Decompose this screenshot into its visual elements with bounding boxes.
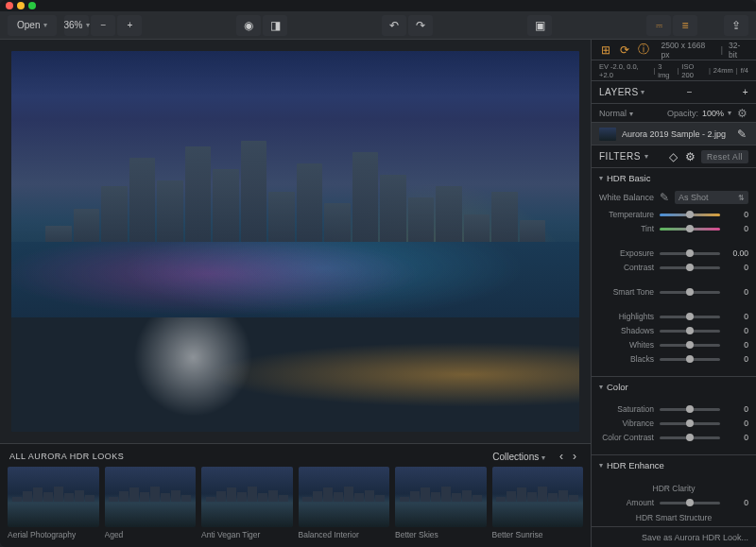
eyedropper-icon[interactable]: ✎	[658, 191, 671, 204]
opacity-value[interactable]: 100%	[702, 109, 724, 118]
slider-track[interactable]	[660, 266, 720, 269]
chevron-down-icon: ▾	[43, 21, 47, 29]
preview-toggle-button[interactable]: ◉	[236, 15, 261, 36]
look-preset[interactable]: Anti Vegan Tiger	[201, 467, 293, 539]
layer-name: Aurora 2019 Sample - 2.jpg	[622, 129, 730, 139]
gear-icon[interactable]: ⚙	[735, 107, 748, 120]
layers-header: LAYERS	[599, 87, 639, 97]
slider-value[interactable]: 0	[726, 340, 748, 350]
zoom-in-button[interactable]: +	[117, 15, 142, 36]
slider-label: Highlights	[599, 312, 654, 321]
slider-track[interactable]	[660, 330, 720, 333]
slider-value[interactable]: 0	[726, 224, 748, 233]
reset-all-button[interactable]: Reset All	[701, 150, 748, 163]
right-panel: ⊞ ⟳ ⓘ 2500 x 1668 px | 32-bit EV -2.0, 0…	[591, 40, 756, 547]
img-count: 3 img	[658, 62, 674, 79]
look-label: Aerial Photography	[8, 527, 99, 539]
brush-icon[interactable]: ✎	[735, 128, 748, 141]
slider-value[interactable]: 0	[726, 404, 748, 414]
filter-section-header[interactable]: ▾HDR Basic	[592, 168, 756, 187]
look-preset[interactable]: Aged	[105, 467, 197, 539]
open-menu-button[interactable]: Open ▾	[8, 15, 57, 36]
minimize-window-button[interactable]	[17, 2, 25, 9]
looks-next-button[interactable]: ›	[568, 450, 581, 463]
add-layer-button[interactable]: +	[743, 87, 748, 97]
image-dimensions: 2500 x 1668 px	[661, 41, 714, 60]
looks-prev-button[interactable]: ‹	[555, 450, 568, 463]
slider-label: Blacks	[599, 354, 654, 364]
undo-icon: ↶	[387, 19, 401, 32]
slider-value[interactable]: 0	[726, 354, 748, 364]
slider-label: Temperature	[599, 210, 654, 219]
slider-track[interactable]	[660, 436, 720, 439]
slider-value[interactable]: 0	[726, 498, 748, 507]
look-preset[interactable]: Better Skies	[395, 467, 487, 539]
slider-track[interactable]	[660, 502, 720, 504]
look-preset[interactable]: Balanced Interior	[299, 467, 390, 539]
sliders-icon: ≡	[679, 19, 692, 32]
sub-header: HDR Clarity	[599, 484, 748, 493]
slider-track[interactable]	[660, 358, 720, 361]
settings-icon[interactable]: ⚙	[684, 150, 697, 163]
looks-panel-button[interactable]: ⎓	[646, 15, 671, 36]
minimize-layers-button[interactable]: −	[687, 87, 693, 97]
mask-icon[interactable]: ◇	[667, 150, 680, 163]
filter-section-header[interactable]: ▾Color	[592, 377, 756, 396]
opacity-label: Opacity:	[667, 109, 698, 118]
slider-value[interactable]: 0	[726, 287, 748, 297]
look-label: Better Skies	[395, 527, 487, 539]
window-titlebar	[0, 0, 756, 11]
save-look-button[interactable]: Save as Aurora HDR Look...	[592, 526, 756, 547]
bit-depth: 32-bit	[729, 41, 748, 60]
crop-button[interactable]: ▣	[527, 15, 552, 36]
blend-mode-dropdown[interactable]: Normal ▾	[599, 109, 633, 118]
collections-dropdown[interactable]: Collections ▾	[492, 452, 545, 462]
slider-track[interactable]	[660, 408, 720, 411]
slider-track[interactable]	[660, 291, 720, 294]
maximize-window-button[interactable]	[28, 2, 36, 9]
slider-label: Exposure	[599, 248, 654, 258]
slider-value[interactable]: 0	[726, 419, 748, 428]
redo-button[interactable]: ↷	[408, 15, 433, 36]
slider-track[interactable]	[660, 316, 720, 318]
layer-thumbnail	[599, 128, 616, 141]
slider-track[interactable]	[660, 214, 720, 216]
adjust-panel-button[interactable]: ≡	[673, 15, 697, 36]
slider-value[interactable]: 0.00	[726, 248, 748, 258]
slider-label: Smart Tone	[599, 287, 654, 297]
filter-section-header[interactable]: ▾HDR Enhance	[592, 455, 756, 474]
info-icon[interactable]: ⓘ	[637, 43, 650, 57]
image-canvas[interactable]	[0, 40, 591, 443]
slider-value[interactable]: 0	[726, 433, 748, 442]
slider-track[interactable]	[660, 422, 720, 425]
refresh-icon[interactable]: ⟳	[618, 43, 631, 57]
look-preset[interactable]: Aerial Photography	[8, 467, 99, 539]
slider-value[interactable]: 0	[726, 263, 748, 272]
filters-header: FILTERS	[599, 151, 641, 162]
export-icon: ⇪	[730, 19, 743, 32]
looks-panel: ALL AURORA HDR LOOKS Collections ▾ ‹ › A…	[0, 443, 591, 547]
slider-label: Tint	[599, 224, 654, 233]
look-preset[interactable]: Better Sunrise	[492, 467, 584, 539]
close-window-button[interactable]	[6, 2, 13, 9]
slider-track[interactable]	[660, 228, 720, 231]
compare-button[interactable]: ◨	[263, 15, 287, 36]
look-label: Anti Vegan Tiger	[201, 527, 293, 539]
export-button[interactable]: ⇪	[724, 15, 748, 36]
slider-label: Saturation	[599, 404, 654, 414]
zoom-value-dropdown[interactable]: 36%▾	[64, 15, 89, 36]
slider-value[interactable]: 0	[726, 210, 748, 219]
slider-label: Vibrance	[599, 419, 654, 428]
histogram-icon[interactable]: ⊞	[599, 43, 612, 57]
skyline-decoration	[11, 135, 579, 249]
wb-dropdown[interactable]: As Shot⇅	[675, 191, 748, 204]
undo-button[interactable]: ↶	[382, 15, 406, 36]
layer-item[interactable]: Aurora 2019 Sample - 2.jpg ✎	[592, 123, 756, 145]
looks-icon: ⎓	[652, 19, 665, 32]
slider-value[interactable]: 0	[726, 312, 748, 321]
slider-track[interactable]	[660, 344, 720, 347]
redo-icon: ↷	[414, 19, 427, 32]
slider-value[interactable]: 0	[726, 326, 748, 335]
zoom-out-button[interactable]: −	[91, 15, 115, 36]
slider-track[interactable]	[660, 252, 720, 255]
